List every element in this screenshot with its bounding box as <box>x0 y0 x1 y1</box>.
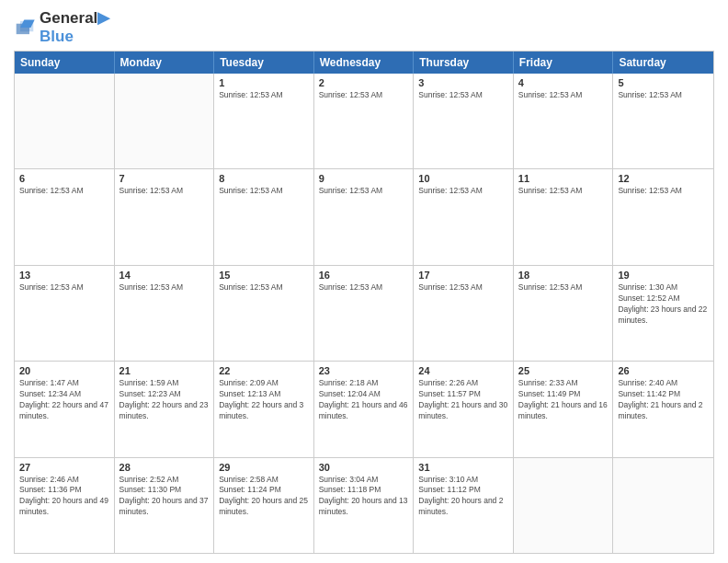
calendar-cell <box>15 74 115 168</box>
calendar-cell: 17Sunrise: 12:53 AM <box>414 266 514 361</box>
calendar-row: 27Sunrise: 2:46 AM Sunset: 11:36 PM Dayl… <box>15 457 713 553</box>
calendar-cell: 19Sunrise: 1:30 AM Sunset: 12:52 AM Dayl… <box>613 266 713 361</box>
calendar: SundayMondayTuesdayWednesdayThursdayFrid… <box>14 51 714 554</box>
day-number: 9 <box>319 173 409 184</box>
day-info: Sunrise: 12:53 AM <box>119 186 210 197</box>
calendar-row: 1Sunrise: 12:53 AM2Sunrise: 12:53 AM3Sun… <box>15 74 713 168</box>
day-info: Sunrise: 12:53 AM <box>418 282 508 293</box>
day-number: 17 <box>418 270 508 281</box>
weekday-header: Monday <box>115 52 215 74</box>
calendar-cell: 7Sunrise: 12:53 AM <box>115 169 215 264</box>
day-number: 6 <box>19 173 109 184</box>
day-number: 1 <box>219 77 309 88</box>
day-number: 2 <box>319 77 409 88</box>
day-number: 21 <box>119 365 210 376</box>
calendar-cell: 4Sunrise: 12:53 AM <box>514 74 614 168</box>
day-info: Sunrise: 2:26 AM Sunset: 11:57 PM Daylig… <box>418 378 508 422</box>
header: General▶ Blue <box>14 9 714 45</box>
day-info: Sunrise: 12:53 AM <box>219 90 309 101</box>
day-number: 15 <box>219 270 309 281</box>
calendar-cell: 13Sunrise: 12:53 AM <box>15 266 115 361</box>
day-info: Sunrise: 3:10 AM Sunset: 11:12 PM Daylig… <box>418 475 508 519</box>
day-info: Sunrise: 2:46 AM Sunset: 11:36 PM Daylig… <box>19 475 109 519</box>
calendar-cell: 3Sunrise: 12:53 AM <box>414 74 514 168</box>
day-number: 14 <box>119 270 210 281</box>
calendar-cell: 5Sunrise: 12:53 AM <box>613 74 713 168</box>
day-info: Sunrise: 12:53 AM <box>618 186 709 197</box>
day-number: 4 <box>518 77 609 88</box>
calendar-cell: 15Sunrise: 12:53 AM <box>214 266 314 361</box>
calendar-cell: 24Sunrise: 2:26 AM Sunset: 11:57 PM Dayl… <box>414 362 514 456</box>
calendar-cell: 2Sunrise: 12:53 AM <box>314 74 415 168</box>
day-number: 18 <box>518 270 609 281</box>
calendar-cell: 16Sunrise: 12:53 AM <box>314 266 415 361</box>
calendar-header-row: SundayMondayTuesdayWednesdayThursdayFrid… <box>15 52 713 74</box>
day-number: 5 <box>618 77 709 88</box>
day-number: 7 <box>119 173 210 184</box>
calendar-cell <box>115 74 215 168</box>
day-number: 19 <box>618 270 709 281</box>
day-number: 31 <box>418 462 508 473</box>
day-info: Sunrise: 1:30 AM Sunset: 12:52 AM Daylig… <box>618 282 709 327</box>
day-number: 13 <box>19 270 109 281</box>
calendar-cell: 21Sunrise: 1:59 AM Sunset: 12:23 AM Dayl… <box>115 362 215 456</box>
day-number: 29 <box>219 462 309 473</box>
day-info: Sunrise: 2:52 AM Sunset: 11:30 PM Daylig… <box>119 475 210 519</box>
day-number: 25 <box>518 365 609 376</box>
day-info: Sunrise: 12:53 AM <box>219 282 309 293</box>
day-number: 8 <box>219 173 309 184</box>
day-number: 22 <box>219 365 309 376</box>
day-number: 30 <box>319 462 409 473</box>
calendar-cell: 12Sunrise: 12:53 AM <box>613 169 713 264</box>
calendar-cell: 8Sunrise: 12:53 AM <box>214 169 314 264</box>
day-info: Sunrise: 1:47 AM Sunset: 12:34 AM Daylig… <box>19 378 109 422</box>
logo: General▶ Blue <box>14 9 109 45</box>
logo-icon <box>14 18 36 37</box>
day-info: Sunrise: 12:53 AM <box>518 282 609 293</box>
day-info: Sunrise: 12:53 AM <box>518 186 609 197</box>
calendar-cell: 28Sunrise: 2:52 AM Sunset: 11:30 PM Dayl… <box>115 458 215 553</box>
day-number: 20 <box>19 365 109 376</box>
day-number: 16 <box>319 270 409 281</box>
calendar-cell: 23Sunrise: 2:18 AM Sunset: 12:04 AM Dayl… <box>314 362 415 456</box>
day-info: Sunrise: 12:53 AM <box>319 90 409 101</box>
calendar-cell: 10Sunrise: 12:53 AM <box>414 169 514 264</box>
weekday-header: Wednesday <box>314 52 415 74</box>
day-info: Sunrise: 2:58 AM Sunset: 11:24 PM Daylig… <box>219 475 309 519</box>
day-number: 10 <box>418 173 508 184</box>
calendar-cell: 6Sunrise: 12:53 AM <box>15 169 115 264</box>
weekday-header: Friday <box>514 52 614 74</box>
calendar-body: 1Sunrise: 12:53 AM2Sunrise: 12:53 AM3Sun… <box>15 74 713 553</box>
day-number: 3 <box>418 77 508 88</box>
calendar-cell: 27Sunrise: 2:46 AM Sunset: 11:36 PM Dayl… <box>15 458 115 553</box>
calendar-row: 13Sunrise: 12:53 AM14Sunrise: 12:53 AM15… <box>15 265 713 361</box>
calendar-row: 20Sunrise: 1:47 AM Sunset: 12:34 AM Dayl… <box>15 361 713 456</box>
day-info: Sunrise: 12:53 AM <box>418 186 508 197</box>
day-info: Sunrise: 12:53 AM <box>319 282 409 293</box>
calendar-cell: 18Sunrise: 12:53 AM <box>514 266 614 361</box>
day-info: Sunrise: 2:33 AM Sunset: 11:49 PM Daylig… <box>518 378 609 422</box>
day-number: 12 <box>618 173 709 184</box>
day-info: Sunrise: 12:53 AM <box>618 90 709 101</box>
calendar-cell: 29Sunrise: 2:58 AM Sunset: 11:24 PM Dayl… <box>214 458 314 553</box>
logo-text: General▶ Blue <box>40 9 109 45</box>
calendar-cell: 31Sunrise: 3:10 AM Sunset: 11:12 PM Dayl… <box>414 458 514 553</box>
calendar-cell <box>514 458 614 553</box>
weekday-header: Saturday <box>613 52 713 74</box>
day-info: Sunrise: 3:04 AM Sunset: 11:18 PM Daylig… <box>319 475 409 519</box>
day-info: Sunrise: 12:53 AM <box>518 90 609 101</box>
calendar-cell: 30Sunrise: 3:04 AM Sunset: 11:18 PM Dayl… <box>314 458 415 553</box>
calendar-cell: 1Sunrise: 12:53 AM <box>214 74 314 168</box>
calendar-cell: 25Sunrise: 2:33 AM Sunset: 11:49 PM Dayl… <box>514 362 614 456</box>
day-number: 27 <box>19 462 109 473</box>
day-info: Sunrise: 2:40 AM Sunset: 11:42 PM Daylig… <box>618 378 709 422</box>
calendar-cell: 9Sunrise: 12:53 AM <box>314 169 415 264</box>
weekday-header: Sunday <box>15 52 115 74</box>
day-info: Sunrise: 2:09 AM Sunset: 12:13 AM Daylig… <box>219 378 309 422</box>
calendar-cell: 20Sunrise: 1:47 AM Sunset: 12:34 AM Dayl… <box>15 362 115 456</box>
page: General▶ Blue SundayMondayTuesdayWednesd… <box>0 0 728 563</box>
day-info: Sunrise: 12:53 AM <box>319 186 409 197</box>
day-number: 28 <box>119 462 210 473</box>
day-info: Sunrise: 12:53 AM <box>418 90 508 101</box>
day-info: Sunrise: 12:53 AM <box>119 282 210 293</box>
